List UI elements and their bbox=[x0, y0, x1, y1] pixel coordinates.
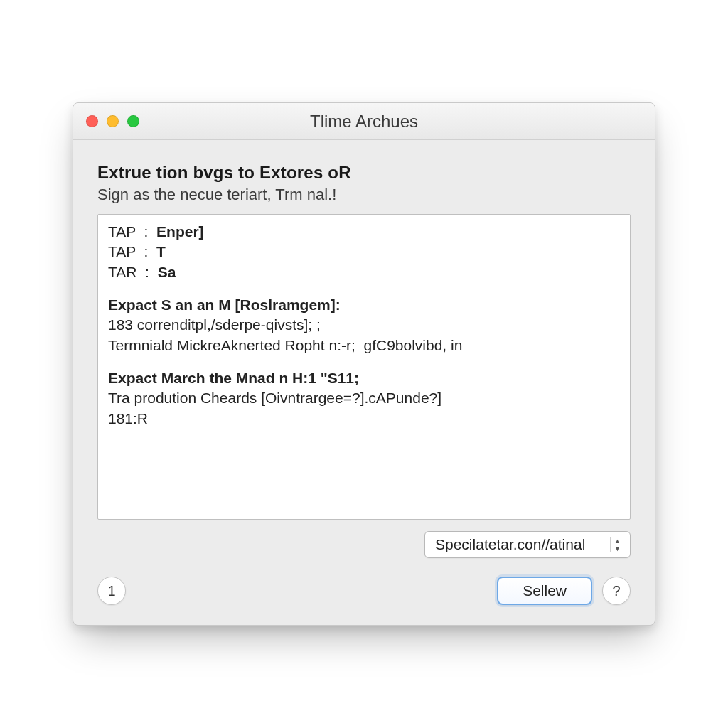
output-textbox[interactable]: TAP : Enper] TAP : T TAR : Sa Expact S a… bbox=[97, 214, 631, 520]
minimize-icon[interactable] bbox=[107, 115, 119, 127]
chevron-up-icon[interactable]: ▲ bbox=[611, 537, 624, 545]
output-line: TAP : Enper] bbox=[108, 222, 620, 242]
chevron-down-icon[interactable]: ▼ bbox=[611, 545, 624, 552]
output-block-title: Expact S an an M [Roslramgem]: bbox=[108, 295, 620, 315]
output-line: 183 correnditpl,/sderpe-qivsts]; ; bbox=[108, 315, 620, 335]
page-heading: Extrue tion bvgs to Extores oR bbox=[97, 163, 631, 183]
primary-action-button[interactable]: Sellew bbox=[497, 577, 592, 605]
page-subheading: Sign as the necue teriart, Trm nal.! bbox=[97, 186, 631, 204]
help-icon: ? bbox=[612, 583, 620, 599]
dialog-body: Extrue tion bvgs to Extores oR Sign as t… bbox=[73, 140, 655, 625]
help-button[interactable]: ? bbox=[602, 577, 631, 605]
traffic-lights bbox=[86, 115, 139, 127]
output-line: 181:R bbox=[108, 409, 620, 429]
output-block-title: Expact March the Mnad n H:1 "S11; bbox=[108, 368, 620, 388]
dialog-window: Tlime Archues Extrue tion bvgs to Extore… bbox=[73, 102, 655, 626]
output-line: TAP : T bbox=[108, 242, 620, 262]
output-line: Termniald MickreAknerted Ropht n:-r; gfC… bbox=[108, 336, 620, 355]
destination-select[interactable]: Specilatetar.con//atinal ▲ ▼ bbox=[424, 531, 631, 558]
titlebar[interactable]: Tlime Archues bbox=[73, 103, 655, 140]
window-title: Tlime Archues bbox=[73, 112, 655, 132]
page-number: 1 bbox=[107, 583, 115, 599]
close-icon[interactable] bbox=[86, 115, 98, 127]
page-indicator-button[interactable]: 1 bbox=[97, 577, 126, 605]
zoom-icon[interactable] bbox=[127, 115, 139, 127]
destination-select-value: Specilatetar.con//atinal bbox=[435, 536, 604, 553]
select-stepper[interactable]: ▲ ▼ bbox=[610, 537, 624, 552]
primary-action-label: Sellew bbox=[523, 582, 567, 599]
output-line: TAR : Sa bbox=[108, 262, 620, 282]
output-line: Tra prodution Cheards [Oivntrargee=?].cA… bbox=[108, 388, 620, 408]
